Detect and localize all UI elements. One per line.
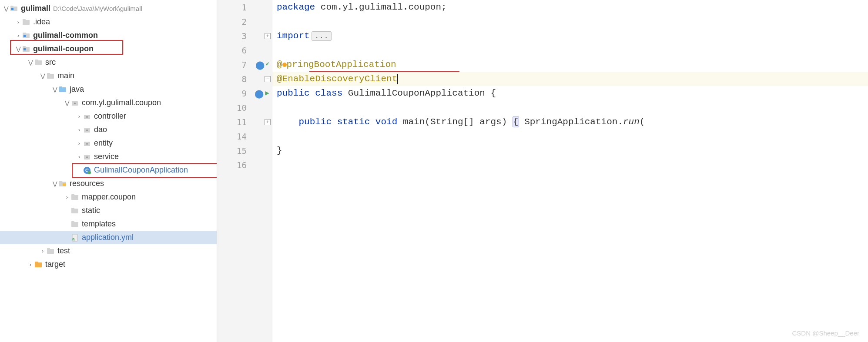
tree-item-label: gulimall-coupon [33, 44, 94, 53]
folder-icon [46, 72, 55, 80]
gutter-line-number: 14 [219, 129, 272, 143]
resources-folder-icon [58, 179, 67, 188]
gutter-line-number: 1 [219, 0, 272, 14]
tree-item-label: src [45, 58, 56, 67]
tree-item-label: resources [70, 179, 104, 188]
code-line[interactable]: @pringBootApplication [272, 57, 868, 72]
chevron-right-icon[interactable]: › [76, 126, 83, 133]
chevron-right-icon[interactable]: › [15, 19, 22, 25]
gutter-line-number: 16 [219, 158, 272, 172]
tree-item[interactable]: templates [0, 217, 217, 231]
tree-item-label: GulimallCouponApplication [94, 166, 188, 175]
text-cursor [397, 74, 398, 84]
tree-root-path: D:\Code\Java\MyWork\gulimall [53, 5, 142, 12]
tree-item[interactable]: ›.idea [0, 15, 217, 29]
chevron-right-icon[interactable]: › [64, 194, 70, 200]
chevron-down-icon[interactable]: ⋁ [27, 59, 34, 66]
module-icon [22, 31, 30, 40]
code-editor[interactable]: 12367⬤✔89⬤▶1011▶141516 package com.yl.gu… [219, 0, 868, 342]
gutter-line-number: 8 [219, 72, 272, 86]
tree-item[interactable]: CGulimallCouponApplication [0, 163, 217, 177]
code-line[interactable] [272, 14, 868, 29]
tree-item-label: java [70, 85, 84, 94]
code-token: main [403, 117, 425, 127]
project-tree-panel: ⋁gulimallD:\Code\Java\MyWork\gulimall›.i… [0, 0, 217, 342]
gutter-line-number: 7⬤✔ [219, 57, 272, 72]
tree-item[interactable]: ⋁java [0, 83, 217, 96]
tree-item[interactable]: static [0, 204, 217, 217]
code-token: public [277, 88, 315, 98]
tree-item[interactable]: ⋁resources [0, 177, 217, 190]
chevron-right-icon[interactable]: › [76, 140, 83, 146]
tree-item[interactable]: ›dao [0, 123, 217, 136]
tree-item[interactable]: ›test [0, 244, 217, 258]
gutter-line-number: 6 [219, 43, 272, 57]
chevron-right-icon[interactable]: › [76, 153, 83, 160]
tree-item[interactable]: ›target [0, 258, 217, 271]
gutter-line-number: 11▶ [219, 115, 272, 129]
fold-collapse-icon[interactable]: − [265, 76, 271, 82]
chevron-right-icon[interactable]: › [27, 261, 34, 268]
fold-expand-icon[interactable]: + [265, 119, 271, 125]
chevron-right-icon[interactable]: › [76, 113, 83, 120]
svg-point-29 [87, 171, 91, 174]
code-line[interactable]: +import... [272, 29, 868, 43]
tree-item[interactable]: application.yml [0, 231, 217, 244]
tree-item[interactable]: ›controller [0, 110, 217, 123]
tree-root[interactable]: ⋁gulimallD:\Code\Java\MyWork\gulimall [0, 2, 217, 15]
tree-item[interactable]: ⋁main [0, 69, 217, 83]
chevron-down-icon[interactable]: ⋁ [51, 86, 58, 93]
code-token: public [298, 117, 337, 127]
editor-code-area[interactable]: package com.yl.gulimall.coupon;+import..… [272, 0, 868, 342]
target-folder-icon [34, 260, 43, 269]
svg-point-18 [74, 103, 76, 104]
tree-item[interactable]: ›gulimall-common [0, 29, 217, 42]
code-line[interactable] [272, 43, 868, 57]
tree-item[interactable]: ›service [0, 150, 217, 163]
package-icon [70, 99, 79, 107]
tree-item-label: static [82, 206, 100, 215]
tree-item-label: .idea [33, 17, 50, 27]
svg-point-22 [86, 129, 88, 131]
code-line[interactable]: + public static void main(String[] args)… [272, 115, 868, 129]
svg-point-26 [86, 156, 88, 158]
code-token: import [277, 31, 310, 41]
chevron-down-icon[interactable]: ⋁ [64, 100, 70, 106]
chevron-down-icon[interactable]: ⋁ [15, 46, 22, 52]
code-line[interactable]: } [272, 143, 868, 158]
code-line[interactable]: −@EnableDiscoveryClient [272, 72, 868, 86]
tree-item-label: dao [94, 125, 107, 134]
tree-item[interactable]: ⋁src [0, 56, 217, 69]
tree-item[interactable]: ›mapper.coupon [0, 190, 217, 204]
source-folder-icon [58, 85, 67, 94]
tree-item[interactable]: ⋁gulimall-coupon [0, 42, 217, 56]
code-line[interactable] [272, 100, 868, 115]
chevron-down-icon[interactable]: ⋁ [39, 73, 46, 79]
run-gutter-icon[interactable]: ▶ [265, 89, 269, 98]
fold-expand-icon[interactable]: + [265, 33, 271, 39]
chevron-right-icon[interactable]: › [15, 32, 22, 39]
svg-rect-1 [10, 6, 13, 7]
code-line[interactable] [272, 158, 868, 172]
tree-item[interactable]: ›entity [0, 136, 217, 150]
tree-item[interactable]: ⋁com.yl.gulimall.coupon [0, 96, 217, 110]
chevron-down-icon[interactable]: ⋁ [51, 180, 58, 187]
code-token: ( [640, 117, 645, 127]
yml-file-icon [70, 233, 79, 242]
code-line[interactable]: public class GulimallCouponApplication { [272, 86, 868, 100]
code-line[interactable] [272, 129, 868, 143]
svg-rect-14 [47, 73, 50, 75]
code-token: (String[] args) [425, 117, 507, 127]
folded-region[interactable]: ... [312, 31, 332, 41]
chevron-down-icon[interactable]: ⋁ [3, 5, 10, 12]
code-token: { [491, 88, 496, 98]
code-line[interactable]: package com.yl.gulimall.coupon; [272, 0, 868, 14]
tree-item-label: com.yl.gulimall.coupon [82, 98, 161, 107]
ide-window: ⋁gulimallD:\Code\Java\MyWork\gulimall›.i… [0, 0, 868, 342]
breakpoint-icon[interactable] [282, 63, 287, 67]
code-token: void [375, 117, 403, 127]
svg-rect-32 [63, 183, 66, 186]
check-icon: ✔ [266, 60, 269, 70]
chevron-right-icon[interactable]: › [39, 248, 46, 254]
svg-rect-2 [11, 8, 13, 10]
